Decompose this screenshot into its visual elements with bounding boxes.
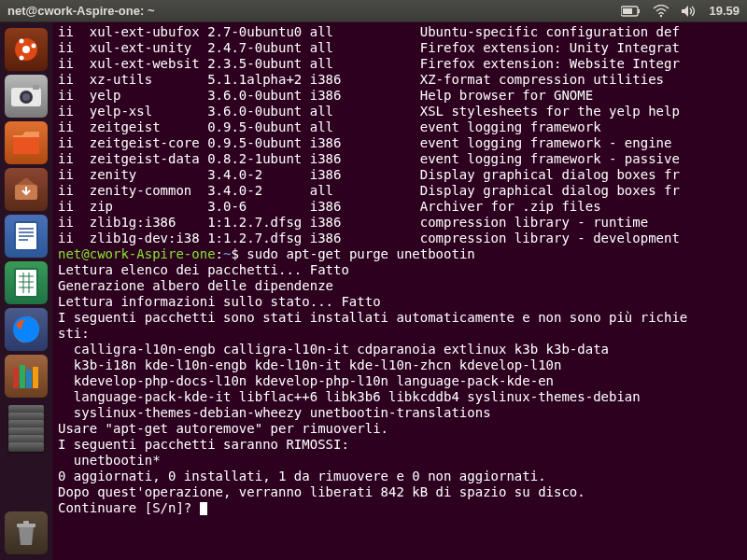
launcher-windows-stack[interactable]	[5, 405, 48, 461]
dpkg-list: ii xul-ext-ubufox 2.7-0ubuntu0 all Ubunt…	[58, 24, 741, 246]
command-input: sudo apt-get purge unetbootin	[247, 246, 474, 261]
launcher-calc[interactable]	[5, 261, 48, 304]
launcher-firefox[interactable]	[5, 308, 48, 351]
svg-point-8	[20, 56, 24, 61]
launcher-writer[interactable]	[5, 215, 48, 258]
clock[interactable]: 19.59	[709, 4, 740, 18]
svg-point-5	[22, 46, 30, 53]
svg-rect-20	[15, 269, 37, 297]
window-title: net@cwork-Aspire-one: ~	[7, 4, 155, 18]
svg-point-7	[20, 39, 24, 44]
svg-point-3	[660, 14, 662, 16]
terminal-window[interactable]: ii xul-ext-ubufox 2.7-0ubuntu0 all Ubunt…	[52, 22, 747, 560]
svg-rect-2	[623, 8, 632, 14]
launcher-software[interactable]	[5, 168, 48, 211]
top-panel: net@cwork-Aspire-one: ~ 19.59	[0, 0, 747, 22]
prompt-dollar: $	[231, 246, 238, 261]
svg-rect-29	[20, 365, 25, 388]
volume-icon[interactable]	[681, 5, 698, 18]
svg-point-6	[32, 44, 36, 49]
svg-rect-12	[33, 85, 39, 90]
launcher-trash[interactable]	[5, 511, 48, 554]
svg-rect-28	[13, 368, 19, 388]
launcher-camera[interactable]	[5, 75, 48, 118]
unity-launcher	[0, 22, 52, 560]
wifi-icon[interactable]	[653, 5, 669, 18]
launcher-files[interactable]	[5, 121, 48, 164]
svg-rect-1	[638, 9, 640, 13]
apt-output: Lettura elenco dei pacchetti... Fatto Ge…	[58, 262, 741, 516]
battery-icon[interactable]	[621, 6, 641, 17]
prompt-userhost: net@cwork-Aspire-one	[58, 246, 216, 261]
svg-rect-33	[23, 521, 29, 525]
svg-point-11	[22, 93, 30, 101]
launcher-dash[interactable]	[5, 28, 48, 71]
cursor	[200, 502, 207, 515]
prompt-sep: :	[216, 246, 223, 261]
svg-rect-30	[26, 370, 32, 388]
launcher-books[interactable]	[5, 355, 48, 398]
svg-rect-31	[33, 367, 38, 388]
